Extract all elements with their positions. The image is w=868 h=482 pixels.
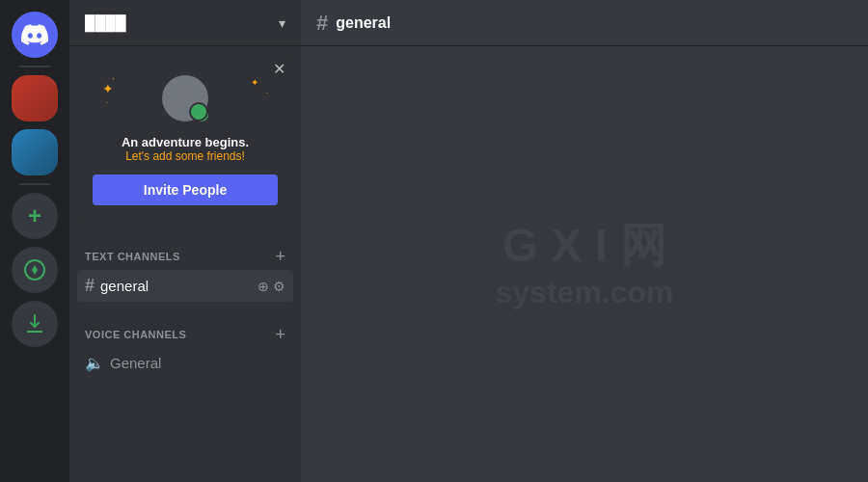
discover-button[interactable]: [12, 247, 58, 293]
speaker-icon: 🔈: [85, 354, 104, 372]
watermark-line2: system.com: [496, 274, 674, 310]
server-chevron-icon: ▾: [279, 15, 285, 31]
discord-home-button[interactable]: [12, 12, 58, 58]
channel-header-hash-icon: #: [316, 11, 328, 36]
text-channels-title: TEXT CHANNELS: [85, 251, 180, 262]
voice-channels-header[interactable]: VOICE CHANNELS +: [77, 322, 293, 347]
popup-main-text: An adventure begins.: [93, 135, 278, 149]
channel-header: # general: [301, 0, 868, 46]
server-divider: [19, 66, 50, 67]
invite-people-button[interactable]: Invite People: [93, 174, 278, 205]
voice-channels-title: VOICE CHANNELS: [85, 329, 186, 340]
channel-header-name: general: [336, 14, 391, 32]
server-list: +: [0, 0, 69, 482]
watermark: G X I 网 system.com: [496, 218, 674, 310]
popup-animation: · ✦ · ✦ · +: [93, 69, 278, 127]
svg-marker-1: [32, 265, 38, 275]
star-dot-5: ·: [266, 89, 268, 97]
svg-point-2: [177, 87, 193, 102]
download-button[interactable]: [12, 301, 58, 347]
add-voice-channel-button[interactable]: +: [275, 326, 285, 343]
server-icon-1[interactable]: [12, 75, 58, 121]
svg-point-3: [174, 102, 197, 116]
settings-icon[interactable]: ⚙: [273, 279, 285, 294]
avatar-badge: +: [193, 106, 210, 123]
add-text-channel-button[interactable]: +: [275, 248, 285, 265]
popup-sub-text: Let's add some friends!: [93, 149, 278, 163]
server-header[interactable]: ████ ▾: [69, 0, 301, 46]
channel-sidebar: ████ ▾ ✕ · ✦ · ✦ · + An: [69, 0, 301, 482]
channel-action-icons: ⊕ ⚙: [258, 279, 285, 294]
voice-channel-name-general: General: [110, 355, 161, 371]
add-server-icon: +: [28, 202, 41, 229]
text-channels-section: TEXT CHANNELS + # general ⊕ ⚙: [69, 228, 301, 307]
server-icon-2[interactable]: [12, 129, 58, 175]
server-divider-2: [19, 183, 50, 185]
invite-popup: ✕ · ✦ · ✦ · + An adventure begins.: [77, 54, 293, 221]
channel-name-general: general: [100, 278, 258, 294]
chat-area: G X I 网 system.com: [301, 46, 868, 482]
main-content: # general G X I 网 system.com: [301, 0, 868, 482]
add-member-icon[interactable]: ⊕: [258, 279, 269, 294]
star-dot-2: ✦: [102, 81, 114, 96]
popup-text: An adventure begins. Let's add some frie…: [93, 135, 278, 163]
star-dot-3: ·: [106, 98, 108, 107]
channel-hash-icon: #: [85, 276, 95, 296]
add-server-button[interactable]: +: [12, 193, 58, 239]
star-dot-4: ✦: [251, 77, 258, 88]
server-name: ████: [85, 14, 126, 31]
voice-channels-section: VOICE CHANNELS + 🔈 General: [69, 307, 301, 383]
popup-avatar: +: [162, 75, 208, 121]
text-channels-header[interactable]: TEXT CHANNELS +: [77, 244, 293, 269]
voice-channel-item-general[interactable]: 🔈 General: [77, 348, 293, 378]
channel-item-general[interactable]: # general ⊕ ⚙: [77, 270, 293, 302]
watermark-line1: G X I 网: [496, 218, 674, 274]
